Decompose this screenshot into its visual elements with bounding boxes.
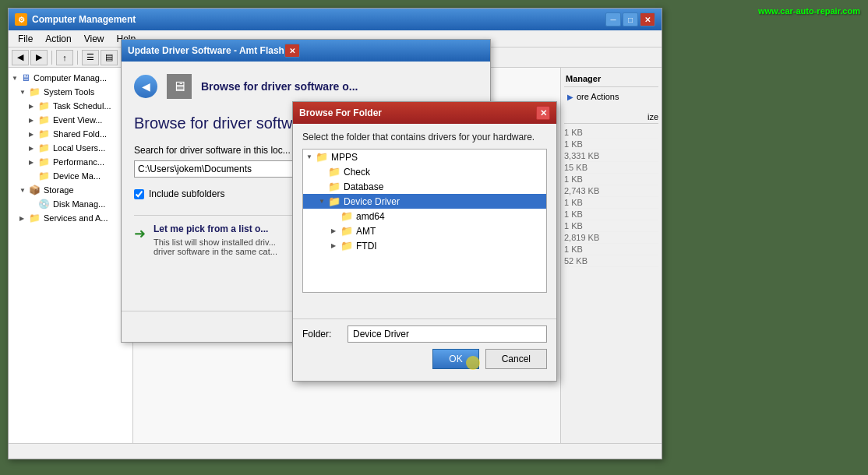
file-row: 1 KB bbox=[564, 127, 658, 139]
driver-dialog-close[interactable]: ✕ bbox=[284, 44, 300, 58]
browse-tree-item-mpps[interactable]: ▼ 📁 MPPS bbox=[303, 150, 546, 164]
browse-tree-item-ftdi[interactable]: ▶ 📁 FTDI bbox=[303, 238, 546, 253]
expand-icon-st: ▼ bbox=[19, 187, 27, 194]
sidebar-item-services[interactable]: ▶ 📁 Services and A... bbox=[9, 211, 132, 225]
folder-value-input[interactable] bbox=[348, 325, 547, 343]
expand-mpps: ▼ bbox=[306, 153, 316, 160]
folder-icon-svc: 📁 bbox=[29, 213, 41, 223]
watermark: www.car-auto-repair.com bbox=[758, 6, 860, 16]
window-title: Computer Management bbox=[32, 14, 605, 25]
expand-icon-sf: ▶ bbox=[29, 131, 37, 138]
right-panel-manager-title: Manager bbox=[564, 71, 658, 87]
file-row: 2,819 KB bbox=[564, 232, 658, 244]
sidebar-item-computer[interactable]: ▼ 🖥 Computer Manag... bbox=[9, 71, 132, 85]
include-subfolders-checkbox[interactable] bbox=[134, 189, 144, 199]
file-row: 15 KB bbox=[564, 162, 658, 174]
expand-icon-pf: ▶ bbox=[29, 159, 37, 166]
browse-ok-label: OK bbox=[449, 354, 462, 364]
driver-dialog-controls: ✕ bbox=[284, 44, 300, 58]
sidebar-item-shared-folders[interactable]: ▶ 📁 Shared Fold... bbox=[9, 127, 132, 141]
folder-icon-ftdi: 📁 bbox=[340, 240, 353, 252]
folder-icon-device-driver: 📁 bbox=[328, 195, 340, 207]
folder-icon-mpps: 📁 bbox=[316, 151, 328, 163]
browse-dialog-title-text: Browse For Folder bbox=[299, 107, 382, 118]
driver-dialog-heading: Browse for driver software o... bbox=[201, 80, 358, 93]
folder-icon-st: 📦 bbox=[29, 185, 41, 195]
show-btn[interactable]: ▤ bbox=[101, 50, 118, 65]
minimize-button[interactable]: ─ bbox=[605, 12, 621, 26]
expand-icon-svc: ▶ bbox=[19, 215, 27, 222]
browse-subtitle: Select the folder that contains drivers … bbox=[302, 132, 547, 142]
more-actions-label: ore Actions bbox=[577, 92, 619, 101]
browse-item-label-mpps: MPPS bbox=[331, 152, 358, 163]
sidebar-item-performance[interactable]: ▶ 📁 Performanc... bbox=[9, 155, 132, 169]
include-subfolders-label: Include subfolders bbox=[149, 188, 224, 199]
sidebar-label-ev: Event View... bbox=[53, 115, 102, 125]
sidebar-label-lu: Local Users... bbox=[53, 143, 105, 153]
browse-tree-item-database[interactable]: 📁 Database bbox=[303, 179, 546, 194]
show-hide-btn[interactable]: ☰ bbox=[82, 50, 99, 65]
browse-tree-scroll[interactable]: ▼ 📁 MPPS 📁 Check 📁 Database bbox=[303, 150, 546, 292]
folder-icon-sf: 📁 bbox=[38, 128, 50, 139]
browse-tree-item-device-driver[interactable]: ▼ 📁 Device Driver bbox=[303, 194, 546, 209]
driver-device-icon: 🖥 bbox=[167, 74, 192, 99]
window-controls: ─ □ ✕ bbox=[605, 12, 655, 26]
folder-icon-check: 📁 bbox=[328, 166, 340, 178]
pick-text-block: Let me pick from a list o... This list w… bbox=[153, 223, 277, 256]
toolbar-separator-1 bbox=[51, 51, 52, 65]
browse-ok-button[interactable]: OK bbox=[432, 349, 478, 369]
folder-label-row: Folder: bbox=[302, 325, 547, 343]
folder-icon-lu: 📁 bbox=[38, 142, 50, 153]
browse-dialog-body: Select the folder that contains drivers … bbox=[293, 124, 556, 318]
browse-tree-item-amt[interactable]: ▶ 📁 AMT bbox=[303, 223, 546, 238]
sidebar-item-storage[interactable]: ▼ 📦 Storage bbox=[9, 183, 132, 197]
sidebar-item-local-users[interactable]: ▶ 📁 Local Users... bbox=[9, 141, 132, 155]
ok-hover-effect bbox=[466, 356, 480, 370]
expand-ftdi: ▶ bbox=[331, 242, 340, 249]
close-button[interactable]: ✕ bbox=[640, 12, 655, 26]
sidebar-label-svc: Services and A... bbox=[44, 213, 108, 223]
expand-icon-sys: ▼ bbox=[19, 89, 27, 96]
browse-item-label-database: Database bbox=[344, 181, 383, 192]
file-row: 2,743 KB bbox=[564, 185, 658, 197]
file-row: 1 KB bbox=[564, 244, 658, 255]
menu-action[interactable]: Action bbox=[39, 32, 77, 46]
back-toolbar-btn[interactable]: ◀ bbox=[12, 50, 29, 65]
driver-back-button[interactable]: ◀ bbox=[134, 75, 157, 98]
folder-icon-amd64: 📁 bbox=[340, 210, 353, 222]
folder-label: Folder: bbox=[302, 329, 341, 340]
browse-close-button[interactable]: ✕ bbox=[536, 106, 550, 120]
sidebar-item-label: Computer Manag... bbox=[34, 73, 107, 83]
right-panel-more-actions[interactable]: ▶ ore Actions bbox=[564, 90, 658, 103]
up-toolbar-btn[interactable]: ↑ bbox=[56, 50, 73, 65]
sidebar-item-event-viewer[interactable]: ▶ 📁 Event View... bbox=[9, 113, 132, 127]
browse-tree-item-check[interactable]: 📁 Check bbox=[303, 164, 546, 179]
title-bar: ⚙ Computer Management ─ □ ✕ bbox=[9, 9, 662, 30]
browse-item-label-amd64: amd64 bbox=[356, 211, 385, 222]
browse-for-folder-dialog: Browse For Folder ✕ Select the folder th… bbox=[292, 101, 557, 382]
maximize-button[interactable]: □ bbox=[623, 12, 638, 26]
sidebar-item-disk-management[interactable]: 💿 Disk Manag... bbox=[9, 197, 132, 211]
expand-icon-ts: ▶ bbox=[29, 103, 37, 110]
browse-tree-item-amd64[interactable]: 📁 amd64 bbox=[303, 209, 546, 223]
menu-file[interactable]: File bbox=[12, 32, 39, 46]
driver-dialog-title-bar: Update Driver Software - Amt Flash ✕ bbox=[122, 40, 490, 62]
pick-desc-1: This list will show installed driv... bbox=[153, 238, 277, 247]
browse-dialog-footer: Folder: OK Cancel bbox=[293, 318, 556, 381]
sidebar-item-task-sched[interactable]: ▶ 📁 Task Schedul... bbox=[9, 99, 132, 113]
toolbar-separator-2 bbox=[77, 51, 78, 65]
pick-title[interactable]: Let me pick from a list o... bbox=[153, 223, 277, 234]
sidebar-item-device-manager[interactable]: 📁 Device Ma... bbox=[9, 169, 132, 183]
expand-icon: ▼ bbox=[12, 75, 19, 82]
forward-toolbar-btn[interactable]: ▶ bbox=[30, 50, 48, 65]
browse-item-label-ftdi: FTDI bbox=[356, 241, 377, 252]
sidebar-item-system-tools[interactable]: ▼ 📁 System Tools bbox=[9, 85, 132, 99]
file-row: 1 KB bbox=[564, 174, 658, 185]
sidebar-label-st: Storage bbox=[44, 185, 74, 195]
browse-cancel-button[interactable]: Cancel bbox=[485, 349, 547, 369]
folder-icon-database: 📁 bbox=[328, 181, 340, 192]
driver-dialog-title-text: Update Driver Software - Amt Flash bbox=[128, 45, 284, 56]
menu-view[interactable]: View bbox=[78, 32, 111, 46]
file-row: 1 KB bbox=[564, 139, 658, 150]
expand-amt: ▶ bbox=[331, 227, 340, 234]
